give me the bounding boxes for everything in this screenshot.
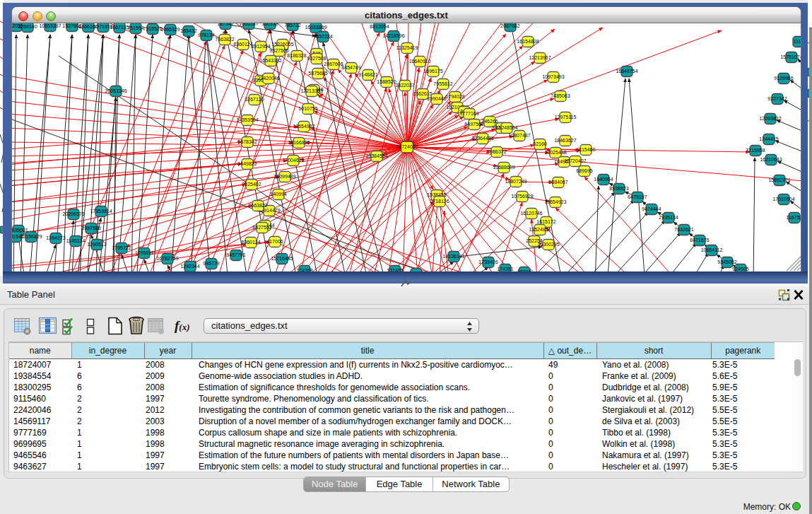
svg-text:746266: 746266	[481, 119, 498, 124]
svg-text:16782759: 16782759	[156, 256, 178, 261]
svg-text:23420046: 23420046	[257, 76, 279, 81]
svg-text:1065287: 1065287	[239, 23, 258, 26]
svg-text:3267130: 3267130	[245, 97, 264, 102]
svg-text:8360124: 8360124	[233, 42, 252, 47]
svg-text:15692971: 15692971	[768, 177, 790, 182]
svg-text:8471676: 8471676	[690, 238, 709, 243]
svg-text:1362615: 1362615	[413, 91, 432, 96]
svg-text:12975115: 12975115	[555, 115, 577, 119]
svg-text:10688609: 10688609	[493, 165, 514, 170]
svg-text:9457791: 9457791	[226, 252, 245, 257]
svg-text:7485063: 7485063	[551, 93, 570, 98]
svg-text:14353594: 14353594	[236, 117, 258, 122]
svg-text:15720407: 15720407	[564, 158, 586, 163]
svg-text:3822037: 3822037	[395, 83, 414, 88]
svg-text:7515526: 7515526	[143, 26, 162, 31]
svg-text:1290513: 1290513	[87, 242, 106, 247]
svg-text:7663822: 7663822	[248, 203, 267, 208]
svg-text:17010504: 17010504	[772, 197, 794, 201]
svg-text:9227342: 9227342	[767, 96, 787, 101]
svg-text:14136141: 14136141	[442, 254, 464, 259]
svg-text:174351: 174351	[497, 267, 513, 271]
svg-text:18807249: 18807249	[505, 179, 526, 184]
svg-text:15716485: 15716485	[271, 256, 293, 261]
svg-text:10973493: 10973493	[542, 74, 564, 79]
svg-text:5878342: 5878342	[237, 139, 257, 144]
svg-text:1733426: 1733426	[478, 259, 498, 264]
svg-text:7857224: 7857224	[313, 34, 332, 39]
svg-text:751554: 751554	[127, 25, 143, 30]
svg-text:8454749: 8454749	[341, 65, 360, 70]
svg-text:1112: 1112	[794, 39, 801, 44]
svg-text:9115460: 9115460	[577, 147, 596, 152]
svg-text:12213363: 12213363	[300, 88, 322, 93]
svg-text:10654112: 10654112	[701, 247, 723, 252]
svg-text:1010755: 1010755	[298, 106, 317, 111]
svg-text:1292344: 1292344	[180, 264, 199, 269]
svg-text:2269140: 2269140	[18, 24, 37, 29]
svg-text:19654982: 19654982	[293, 124, 314, 129]
svg-text:2867608: 2867608	[324, 62, 343, 66]
svg-text:19384554: 19384554	[365, 153, 387, 158]
svg-text:417006: 417006	[266, 239, 283, 244]
svg-text:10807487: 10807487	[508, 133, 530, 138]
svg-text:1795722: 1795722	[112, 245, 131, 250]
svg-text:6479197: 6479197	[628, 194, 647, 199]
svg-text:689695: 689695	[576, 168, 592, 173]
svg-text:160338: 160338	[261, 23, 278, 26]
svg-text:7632621: 7632621	[674, 227, 693, 232]
svg-text:187342: 187342	[217, 23, 233, 26]
svg-text:2087682: 2087682	[500, 23, 519, 28]
svg-text:16033809: 16033809	[305, 25, 326, 30]
svg-text:1696175: 1696175	[423, 69, 442, 74]
svg-text:7625402: 7625402	[242, 182, 261, 187]
svg-text:1095811: 1095811	[135, 250, 154, 255]
svg-text:8813054: 8813054	[370, 24, 389, 29]
svg-text:3215958: 3215958	[746, 148, 765, 153]
svg-text:1244415: 1244415	[759, 136, 778, 141]
svg-text:18463627: 18463627	[554, 138, 576, 143]
svg-text:9327508: 9327508	[307, 56, 326, 61]
svg-text:13524851: 13524851	[529, 227, 551, 232]
svg-text:16099489: 16099489	[273, 174, 295, 179]
svg-text:11325419: 11325419	[396, 45, 418, 50]
svg-text:1667135: 1667135	[110, 25, 129, 30]
svg-text:17004678: 17004678	[282, 158, 304, 163]
svg-text:20364436: 20364436	[471, 136, 493, 141]
svg-text:2718126: 2718126	[430, 199, 449, 204]
svg-text:8990448: 8990448	[427, 96, 446, 101]
svg-text:8186328: 8186328	[287, 53, 306, 58]
svg-text:9777169: 9777169	[459, 111, 478, 116]
svg-text:924505: 924505	[732, 267, 748, 271]
svg-text:2935134: 2935134	[659, 215, 678, 220]
svg-text:9129966: 9129966	[774, 76, 793, 81]
svg-text:5875685: 5875685	[308, 71, 327, 76]
svg-text:8938923: 8938923	[609, 186, 628, 191]
svg-text:7955812: 7955812	[433, 81, 452, 86]
svg-text:165432: 165432	[180, 28, 196, 33]
svg-text:1588520: 1588520	[377, 79, 396, 84]
svg-text:140994: 140994	[270, 192, 286, 197]
svg-text:16120746: 16120746	[520, 211, 542, 216]
svg-text:12093832: 12093832	[759, 116, 781, 121]
svg-text:9884067: 9884067	[548, 180, 567, 185]
svg-text:1615172: 1615172	[536, 219, 555, 224]
svg-text:16210643: 16210643	[760, 157, 782, 162]
svg-text:19654923: 19654923	[544, 199, 566, 204]
svg-text:12156829: 12156829	[20, 234, 42, 239]
svg-text:20206576: 20206576	[62, 211, 84, 216]
svg-text:1065329: 1065329	[160, 27, 180, 32]
svg-text:8427552: 8427552	[252, 225, 271, 230]
svg-text:1640954: 1640954	[594, 177, 613, 182]
svg-text:1145134: 1145134	[66, 238, 86, 243]
svg-text:16648754: 16648754	[616, 69, 637, 74]
svg-text:1294273: 1294273	[46, 235, 65, 240]
svg-text:116753: 116753	[787, 215, 801, 220]
svg-text:2097588: 2097588	[81, 226, 100, 230]
svg-text:7986372: 7986372	[487, 149, 506, 154]
svg-text:17353914: 17353914	[90, 209, 112, 214]
svg-text:62160: 62160	[533, 141, 547, 146]
svg-text:15751074: 15751074	[780, 54, 801, 59]
svg-text:10653287: 10653287	[39, 23, 61, 28]
svg-text:7663822: 7663822	[215, 37, 234, 42]
